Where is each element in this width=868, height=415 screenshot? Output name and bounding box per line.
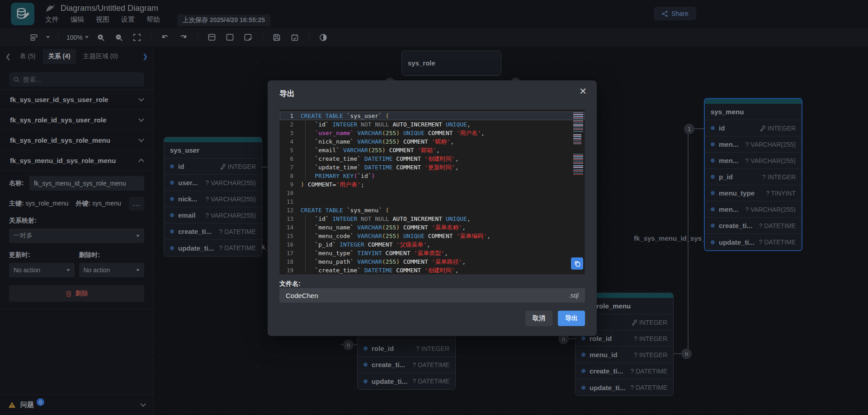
indent-guide bbox=[305, 214, 306, 273]
code-line-8: 8 PRIMARY KEY(`id`) bbox=[280, 172, 585, 180]
copy-icon bbox=[574, 261, 580, 267]
app-root: Diagrams/Untitled Diagram 文件编辑视图设置帮助 上次保… bbox=[0, 0, 868, 415]
line-number: 10 bbox=[280, 189, 301, 197]
code-line-13: 13 `id` INTEGER NOT NULL AUTO_INCREMENT … bbox=[280, 214, 585, 223]
code-line-16: 16 `p_id` INTEGER COMMENT '父级菜单', bbox=[280, 240, 585, 249]
code-line-9: 9) COMMENT='用户表'; bbox=[280, 180, 585, 189]
code-line-12: 12CREATE TABLE `sys_menu` ( bbox=[280, 206, 585, 214]
line-number: 3 bbox=[280, 129, 301, 137]
line-number: 16 bbox=[280, 240, 301, 249]
line-number: 14 bbox=[280, 223, 301, 232]
cancel-button[interactable]: 取消 bbox=[525, 311, 552, 326]
line-number: 17 bbox=[280, 249, 301, 257]
code-line-19: 19 `create_time` DATETIME COMMENT '创建时间'… bbox=[280, 266, 585, 275]
line-number: 5 bbox=[280, 146, 301, 154]
line-number: 18 bbox=[280, 257, 301, 266]
code-line-1: 1CREATE TABLE `sys_user` ( bbox=[280, 112, 585, 120]
editor-minimap[interactable] bbox=[572, 111, 584, 201]
line-number: 7 bbox=[280, 163, 301, 172]
filename-input[interactable] bbox=[286, 292, 569, 299]
line-number: 9 bbox=[280, 180, 301, 189]
code-line-4: 4 `nick_name` VARCHAR(255) COMMENT '昵称', bbox=[280, 137, 585, 146]
code-line-14: 14 `menu_name` VARCHAR(255) COMMENT '菜单名… bbox=[280, 223, 585, 232]
line-number: 12 bbox=[280, 206, 301, 214]
close-icon[interactable]: ✕ bbox=[579, 87, 587, 96]
filename-extension: .sql bbox=[569, 292, 579, 299]
line-number: 4 bbox=[280, 137, 301, 146]
code-line-7: 7 `update_time` DATETIME COMMENT '更新时间', bbox=[280, 163, 585, 172]
line-number: 19 bbox=[280, 266, 301, 275]
filename-label: 文件名: bbox=[279, 280, 301, 288]
copy-code-button[interactable] bbox=[571, 257, 583, 270]
sql-code-editor[interactable]: 1CREATE TABLE `sys_user` (2 `id` INTEGER… bbox=[279, 109, 585, 275]
indent-guide bbox=[305, 120, 306, 180]
line-number: 13 bbox=[280, 214, 301, 223]
filename-field: .sql bbox=[279, 288, 585, 303]
export-modal: 导出 ✕ 1CREATE TABLE `sys_user` (2 `id` IN… bbox=[268, 80, 597, 336]
code-line-6: 6 `create_time` DATETIME COMMENT '创建时间', bbox=[280, 154, 585, 163]
code-line-3: 3 `user_name` VARCHAR(255) UNIQUE COMMEN… bbox=[280, 129, 585, 137]
code-line-5: 5 `email` VARCHAR(255) COMMENT '邮箱', bbox=[280, 146, 585, 154]
code-line-10: 10 bbox=[280, 189, 585, 197]
export-button[interactable]: 导出 bbox=[558, 311, 585, 326]
line-number: 8 bbox=[280, 172, 301, 180]
line-number: 11 bbox=[280, 197, 301, 206]
modal-title: 导出 bbox=[279, 89, 295, 99]
code-line-17: 17 `menu_type` TINYINT COMMENT '菜单类型', bbox=[280, 249, 585, 257]
line-number: 15 bbox=[280, 232, 301, 240]
code-line-2: 2 `id` INTEGER NOT NULL AUTO_INCREMENT U… bbox=[280, 120, 585, 129]
code-line-15: 15 `menu_code` VARCHAR(255) UNIQUE COMME… bbox=[280, 232, 585, 240]
line-number: 2 bbox=[280, 120, 301, 129]
line-number: 1 bbox=[280, 112, 301, 120]
code-line-18: 18 `menu_path` VARCHAR(255) COMMENT '菜单路… bbox=[280, 257, 585, 266]
line-number: 6 bbox=[280, 154, 301, 163]
code-line-11: 11 bbox=[280, 197, 585, 206]
